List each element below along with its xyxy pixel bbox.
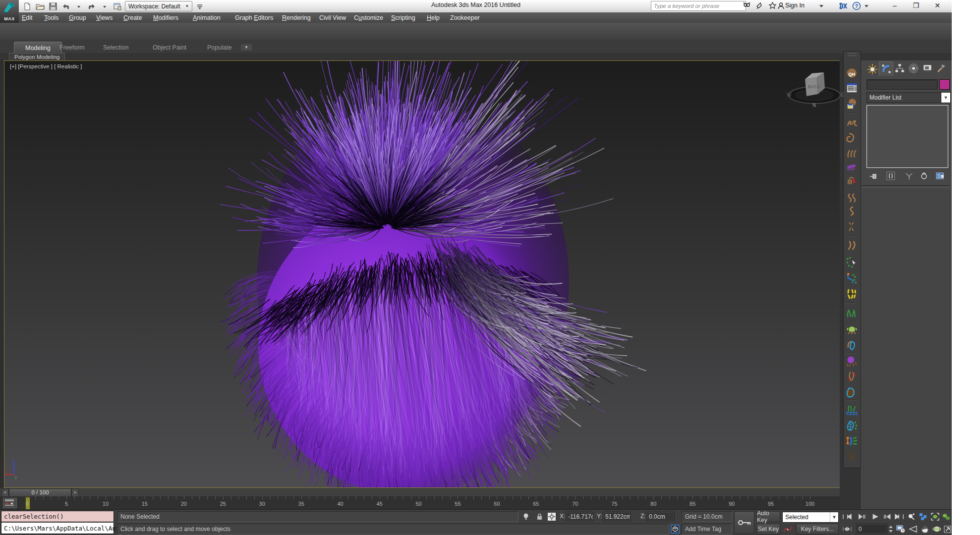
next-frame-button[interactable]	[881, 511, 893, 522]
project-folder-icon[interactable]	[112, 1, 123, 11]
new-file-icon[interactable]	[22, 1, 33, 11]
signin-dropdown-icon[interactable]	[818, 1, 825, 10]
hair-wave2-icon[interactable]	[845, 239, 859, 252]
set-keys-button[interactable]	[734, 511, 754, 534]
hair-braid-icon[interactable]	[845, 288, 859, 301]
maximize-viewport-icon[interactable]	[942, 524, 952, 535]
hair-select-icon[interactable]	[845, 256, 859, 269]
time-next-button[interactable]: >	[71, 488, 79, 497]
menu-zookeeper[interactable]: Zookeeper	[450, 13, 480, 22]
hair-ss-icon[interactable]	[845, 192, 859, 205]
z-coordinate-field[interactable]: 0.0cm	[646, 512, 675, 521]
object-name-field[interactable]	[866, 79, 938, 90]
menu-help[interactable]: Help	[427, 13, 440, 22]
maxscript-listener-line1[interactable]: clearSelection()	[1, 511, 114, 522]
time-config-icon[interactable]	[895, 524, 906, 535]
hair-grass-grid-icon[interactable]	[845, 404, 859, 417]
qab-more-icon[interactable]	[194, 1, 205, 11]
help-dropdown-icon[interactable]	[864, 1, 869, 10]
frame-spinner[interactable]	[888, 524, 894, 534]
undo-arrow-icon[interactable]	[73, 1, 84, 11]
quick-hair-icon[interactable]: QH	[845, 67, 859, 80]
hair-s-icon[interactable]	[845, 205, 859, 217]
hair-teapot-icon[interactable]	[845, 322, 859, 335]
hair-mesh-icon[interactable]	[845, 420, 859, 432]
cubes-icon[interactable]	[941, 511, 951, 522]
selected-combo[interactable]: Selected▼	[782, 512, 839, 523]
app-logo[interactable]: MAX	[0, 0, 19, 23]
menu-modifiers[interactable]: Modifiers	[153, 13, 178, 22]
play-button[interactable]	[869, 511, 881, 522]
tab-object-paint[interactable]: Object Paint	[142, 42, 197, 53]
restore-button[interactable]: ❐	[909, 0, 923, 11]
frame-number-field[interactable]: 0	[856, 524, 888, 534]
time-prev-button[interactable]: <	[1, 488, 9, 497]
zoom-keys-icon[interactable]	[906, 511, 917, 522]
prompt-help-icon[interactable]	[521, 512, 530, 522]
viewport-canvas[interactable]	[4, 60, 841, 488]
menu-scripting[interactable]: Scripting	[391, 13, 415, 22]
isolate-selection-icon[interactable]	[670, 524, 680, 534]
menu-tools[interactable]: Tools	[44, 13, 58, 22]
workspace-dropdown[interactable]: Workspace: Default▼	[125, 1, 192, 11]
user-icon[interactable]	[776, 1, 785, 10]
tab-motion[interactable]	[907, 61, 920, 75]
orbit-icon[interactable]	[931, 524, 942, 535]
redo-arrow-icon[interactable]	[99, 1, 110, 11]
favorites-icon[interactable]	[767, 1, 777, 10]
tab-modify[interactable]	[879, 61, 893, 76]
hair-grass-icon[interactable]	[845, 307, 859, 320]
close-button[interactable]: ✕	[930, 0, 945, 11]
configure-modifier-icon[interactable]	[934, 171, 945, 181]
hair-red-icon[interactable]	[845, 370, 859, 383]
search-input[interactable]: Type a keyword or phrase	[651, 1, 746, 11]
hair-blue-icon[interactable]	[845, 338, 859, 351]
make-unique-icon[interactable]	[904, 171, 915, 181]
modifier-list-dropdown[interactable]: Modifier List ▼	[866, 92, 951, 103]
exchange-icon[interactable]	[838, 1, 849, 10]
hair-curl-icon[interactable]	[845, 131, 859, 144]
hair-comb-icon[interactable]	[845, 161, 859, 174]
prev-frame-button[interactable]	[856, 511, 867, 522]
tab-freeform[interactable]: Freeform	[49, 42, 96, 53]
remove-modifier-icon[interactable]	[919, 171, 929, 181]
menu-civil-view[interactable]: Civil View	[319, 13, 346, 22]
menu-rendering[interactable]: Rendering	[282, 13, 311, 22]
help-icon[interactable]: ?	[852, 1, 862, 10]
modifier-stack[interactable]	[866, 105, 948, 168]
maxscript-listener-line2[interactable]: C:\Users\Mars\AppData\Local\Aut	[1, 523, 114, 534]
undo-icon[interactable]	[60, 1, 71, 11]
auto-key-button[interactable]: Auto Key	[756, 511, 780, 522]
search-icon[interactable]	[742, 1, 751, 10]
x-coordinate-field[interactable]: -116.717cm	[566, 512, 593, 521]
menu-customize[interactable]: Customize	[354, 13, 383, 22]
hair-twist-icon[interactable]	[845, 220, 859, 233]
minimize-button[interactable]: –	[887, 0, 902, 11]
key-filters-button[interactable]: Key Filters...	[796, 524, 839, 535]
polygon-modeling-panel[interactable]: Polygon Modeling	[9, 53, 65, 61]
pin-stack-icon[interactable]	[868, 171, 879, 181]
y-coordinate-field[interactable]: 51.922cm	[603, 512, 631, 521]
open-file-icon[interactable]	[35, 1, 46, 11]
go-end-button[interactable]	[893, 511, 905, 522]
menu-graph-editors[interactable]: Graph Editors	[235, 13, 273, 22]
communication-center-icon[interactable]	[754, 1, 764, 10]
key-mode-button[interactable]	[841, 524, 853, 535]
tab-create[interactable]	[865, 61, 878, 75]
hair-wave-icon[interactable]	[845, 116, 859, 129]
time-slider-handle[interactable]: 0 / 100	[9, 488, 71, 497]
hair-ball-icon[interactable]	[845, 355, 859, 368]
pan-hand-icon[interactable]	[920, 524, 930, 535]
object-color-swatch[interactable]	[939, 79, 950, 90]
tab-hierarchy[interactable]	[893, 61, 906, 75]
redo-icon[interactable]	[86, 1, 97, 11]
abs-rel-toggle-icon[interactable]	[547, 512, 557, 522]
menu-edit[interactable]: Edit	[22, 13, 33, 22]
menu-views[interactable]: Views	[96, 13, 113, 22]
track-bar[interactable]: 0510152025303540455055606570758085909510…	[0, 496, 952, 510]
viewport-label[interactable]: [+] [Perspective ] [ Realistic ]	[10, 63, 82, 69]
hair-guides-icon[interactable]	[845, 272, 859, 285]
hair-outline-icon[interactable]	[845, 386, 859, 399]
hair-cut-red-icon[interactable]	[845, 174, 859, 187]
set-key-button[interactable]: Set Key	[756, 524, 780, 535]
